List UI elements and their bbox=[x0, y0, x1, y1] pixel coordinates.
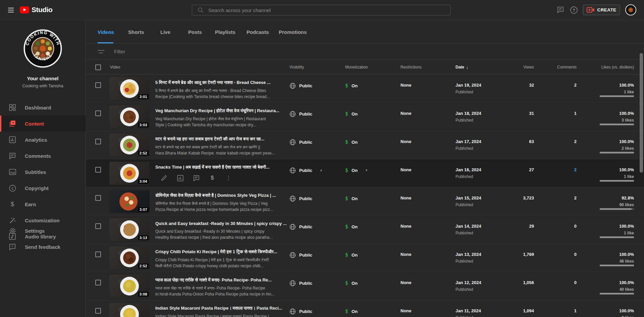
youtube-studio-logo[interactable]: Studio bbox=[20, 6, 52, 14]
tab-shorts[interactable]: Shorts bbox=[128, 20, 144, 44]
edit-details-icon[interactable] bbox=[161, 175, 167, 181]
monetization-action-icon[interactable]: $ bbox=[209, 175, 216, 181]
sidebar-item-copyright[interactable]: cCopyright bbox=[0, 180, 86, 196]
table-row[interactable]: Indian Style Macaroni Pasta Recipe। मसाल… bbox=[86, 300, 644, 317]
likes-ratio-bar bbox=[600, 208, 634, 210]
video-title[interactable]: Veg Manchurian Dry Recipe | होटेल जैसा व… bbox=[155, 108, 289, 114]
video-title[interactable]: प्याज वाला पोहा नए तरीके से नाश्ते में ब… bbox=[155, 277, 289, 283]
visibility-value[interactable]: Public bbox=[299, 83, 312, 88]
monetization-value[interactable]: On bbox=[352, 168, 358, 173]
date-value: Jan 19, 2024 bbox=[455, 83, 481, 88]
header-visibility[interactable]: Visibility bbox=[289, 60, 304, 75]
sidebar-item-analytics[interactable]: Analytics bbox=[0, 132, 86, 148]
video-thumbnail[interactable]: 3:08 bbox=[109, 275, 150, 298]
send-feedback-icon[interactable] bbox=[557, 6, 564, 13]
visibility-value[interactable]: Public bbox=[299, 168, 312, 173]
channel-avatar[interactable]: COOKING WITH TANISHA bbox=[23, 29, 62, 68]
visibility-value[interactable]: Public bbox=[299, 111, 312, 117]
sidebar-item-settings[interactable]: Settings bbox=[0, 223, 86, 239]
monetization-dropdown-caret[interactable]: ▼ bbox=[365, 169, 368, 172]
sidebar-item-label: Analytics bbox=[25, 137, 47, 143]
table-row[interactable]: 3:04 Snacks Time | अब कढ़ाई में बना सकते… bbox=[86, 159, 644, 187]
video-thumbnail[interactable]: 3:04 bbox=[109, 162, 150, 185]
row-checkbox[interactable] bbox=[95, 167, 101, 173]
visibility-value[interactable]: Public bbox=[299, 309, 312, 314]
visibility-value[interactable]: Public bbox=[299, 281, 312, 286]
monetization-value[interactable]: On bbox=[352, 83, 358, 88]
row-checkbox[interactable] bbox=[95, 252, 101, 257]
table-row[interactable]: 3:01 5 मिनट में बनाये ब्रेड और आलू का टे… bbox=[86, 75, 644, 103]
video-title[interactable]: डोमिनोज़ जैसा वेज पिज़्ज़ा कैसे बनाते है… bbox=[155, 193, 289, 198]
row-checkbox[interactable] bbox=[95, 280, 101, 285]
table-row[interactable]: 3:08 प्याज वाला पोहा नए तरीके से नाश्ते … bbox=[86, 272, 644, 300]
monetization-value[interactable]: On bbox=[352, 224, 358, 229]
search-input[interactable] bbox=[208, 7, 436, 13]
help-icon[interactable]: ? bbox=[570, 6, 578, 14]
video-title[interactable]: Snacks Time | अब कढ़ाई में बना सकते है ऐ… bbox=[155, 165, 289, 170]
video-title[interactable]: मटर से बनाये यह हरा भरा कबाब इतना टेस्टी… bbox=[155, 136, 289, 142]
video-title[interactable]: Indian Style Macaroni Pasta Recipe। मसाल… bbox=[155, 306, 289, 311]
video-thumbnail[interactable]: 2:52 bbox=[109, 246, 150, 269]
comments-icon[interactable] bbox=[193, 175, 200, 181]
sidebar-item-dashboard[interactable]: Dashboard bbox=[0, 99, 86, 116]
sidebar-item-send-feedback[interactable]: Send feedback bbox=[0, 239, 86, 255]
row-checkbox[interactable] bbox=[95, 139, 101, 144]
tab-posts[interactable]: Posts bbox=[188, 20, 202, 44]
more-options-icon[interactable]: ⋮ bbox=[225, 175, 232, 181]
scrollbar-thumb[interactable] bbox=[640, 53, 643, 173]
video-thumbnail[interactable]: 3:07 bbox=[109, 190, 150, 213]
video-title[interactable]: 5 मिनट में बनाये ब्रेड और आलू का टेस्टी … bbox=[155, 80, 289, 85]
header-monetization[interactable]: Monetization bbox=[345, 60, 368, 75]
monetization-value[interactable]: On bbox=[352, 253, 358, 258]
video-thumbnail[interactable]: 3:01 bbox=[109, 77, 150, 100]
visibility-value[interactable]: Public bbox=[299, 196, 312, 201]
channel-search-bar[interactable] bbox=[192, 5, 450, 15]
tab-live[interactable]: Live bbox=[160, 20, 170, 44]
table-row[interactable]: 3:03 Veg Manchurian Dry Recipe | होटेल ज… bbox=[86, 103, 644, 131]
likes-ratio-bar bbox=[600, 293, 634, 295]
row-checkbox[interactable] bbox=[95, 308, 101, 314]
header-restrictions[interactable]: Restrictions bbox=[400, 60, 422, 75]
video-thumbnail[interactable] bbox=[109, 303, 150, 317]
tab-playlists[interactable]: Playlists bbox=[215, 20, 235, 44]
tab-videos[interactable]: Videos bbox=[98, 20, 114, 44]
account-avatar[interactable] bbox=[625, 4, 636, 15]
tab-promotions[interactable]: Promotions bbox=[279, 20, 307, 44]
table-row[interactable]: 2:52 Crispy Chilli Potato Ki Recipe | मे… bbox=[86, 244, 644, 272]
video-thumbnail[interactable]: 3:03 bbox=[109, 105, 150, 128]
header-likes[interactable]: Likes (vs. dislikes) bbox=[567, 60, 634, 75]
analytics-icon[interactable] bbox=[177, 175, 183, 181]
hamburger-menu-icon[interactable] bbox=[7, 7, 15, 13]
video-title[interactable]: Quick and Easy breakfast -Ready in 30 Mi… bbox=[155, 221, 289, 226]
tab-podcasts[interactable]: Podcasts bbox=[247, 20, 269, 44]
table-row[interactable]: 3:13 Quick and Easy breakfast -Ready in … bbox=[86, 216, 644, 244]
sidebar-item-content[interactable]: Content bbox=[0, 116, 86, 132]
sidebar-item-subtitles[interactable]: Subtitles bbox=[0, 164, 86, 180]
visibility-value[interactable]: Public bbox=[299, 224, 312, 229]
select-all-checkbox[interactable] bbox=[95, 64, 101, 70]
monetization-value[interactable]: On bbox=[352, 140, 358, 145]
row-checkbox[interactable] bbox=[95, 223, 101, 229]
monetization-value[interactable]: On bbox=[352, 309, 358, 314]
header-video[interactable]: Video bbox=[110, 60, 120, 75]
monetization-value[interactable]: On bbox=[352, 111, 358, 117]
monetization-value[interactable]: On bbox=[352, 281, 358, 286]
sidebar-item-earn[interactable]: $Earn bbox=[0, 196, 86, 212]
video-thumbnail[interactable]: 3:13 bbox=[109, 218, 150, 241]
visibility-value[interactable]: Public bbox=[299, 253, 312, 258]
row-checkbox[interactable] bbox=[95, 195, 101, 201]
row-checkbox[interactable] bbox=[95, 110, 101, 116]
visibility-value[interactable]: Public bbox=[299, 140, 312, 145]
create-button[interactable]: CREATE bbox=[583, 5, 620, 15]
filter-bar[interactable]: Filter bbox=[86, 44, 644, 60]
header-date-sorted[interactable]: Date ↓ bbox=[455, 60, 469, 75]
table-row[interactable]: 2:52 मटर से बनाये यह हरा भरा कबाब इतना ट… bbox=[86, 131, 644, 159]
video-thumbnail[interactable]: 2:52 bbox=[109, 134, 150, 156]
visibility-dropdown-caret[interactable]: ▼ bbox=[320, 169, 323, 172]
row-checkbox[interactable] bbox=[95, 82, 101, 88]
table-row[interactable]: 3:07 डोमिनोज़ जैसा वेज पिज़्ज़ा कैसे बना… bbox=[86, 187, 644, 216]
video-duration-badge: 2:52 bbox=[138, 151, 149, 155]
sidebar-item-comments[interactable]: Comments bbox=[0, 148, 86, 164]
video-title[interactable]: Crispy Chilli Potato Ki Recipe | मेरी इस… bbox=[155, 249, 289, 255]
monetization-value[interactable]: On bbox=[352, 196, 358, 201]
